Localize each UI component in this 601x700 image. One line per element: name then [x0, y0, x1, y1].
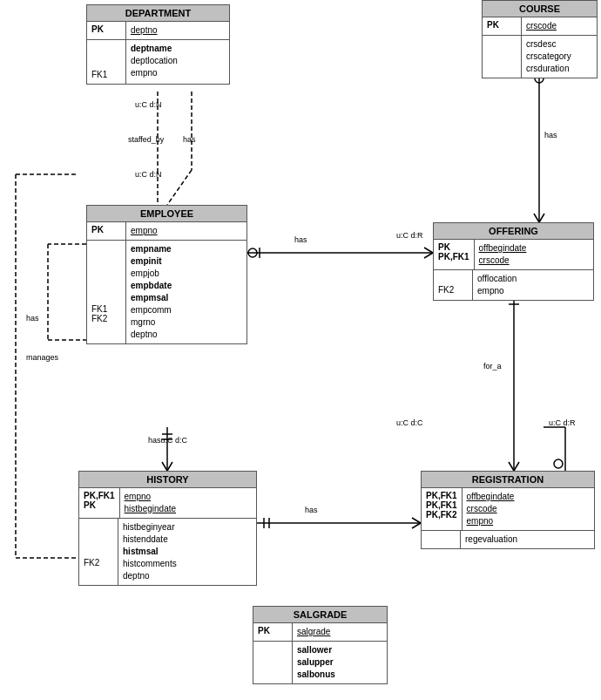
- entity-offering: OFFERING PK PK,FK1 offbegindate crscode …: [433, 222, 594, 301]
- hist-attr-3: histcomments: [123, 558, 177, 570]
- label-has-dept: has: [183, 135, 196, 144]
- hist-attr-4: deptno: [123, 570, 177, 582]
- label-uc-dr-off: u:C d:R: [396, 231, 423, 240]
- hist-pkfk1-label: PK,FK1: [84, 491, 115, 500]
- dept-attr-2: empno: [131, 67, 178, 79]
- reg-pkfk2-label: PK,FK2: [426, 510, 457, 520]
- emp-attr-4: empmsal: [131, 292, 172, 304]
- sal-pk-label: PK: [258, 626, 270, 635]
- svg-line-28: [167, 462, 172, 471]
- reg-pkfk1-0-label: PK,FK1: [426, 491, 457, 500]
- emp-attr-2: empjob: [131, 268, 172, 280]
- reg-pk-attr-0: offbegindate: [467, 491, 515, 503]
- entity-employee-title: EMPLOYEE: [87, 206, 246, 222]
- reg-pk-attr-1: crscode: [467, 503, 515, 515]
- reg-pkfk1-1-label: PK,FK1: [426, 500, 457, 510]
- off-fk2-label: FK2: [438, 285, 468, 295]
- off-attr-0: offlocation: [477, 273, 517, 285]
- label-uc-dn-emp: u:C d:N: [135, 170, 162, 179]
- entity-history: HISTORY PK,FK1 PK empno histbegindate FK…: [78, 471, 257, 586]
- hist-attr-1: histenddate: [123, 533, 177, 546]
- emp-attr-1: empinit: [131, 255, 172, 268]
- label-has-hist: has: [305, 506, 318, 514]
- off-attr-1: empno: [477, 285, 517, 297]
- label-manages: manages: [26, 353, 58, 362]
- reg-attr-0: regevaluation: [465, 533, 517, 546]
- svg-point-13: [248, 248, 257, 257]
- entity-employee: EMPLOYEE PK empno FK1 FK2 empname empini…: [86, 205, 247, 344]
- course-pk-attr: crscode: [526, 20, 557, 32]
- sal-attr-2: salbonus: [297, 669, 335, 681]
- hist-pk-attr-0: empno: [125, 491, 177, 503]
- hist-attr-0: histbeginyear: [123, 521, 177, 533]
- entity-department: DEPARTMENT PK deptno FK1 deptname deptlo…: [86, 4, 230, 85]
- svg-line-17: [539, 214, 544, 222]
- svg-line-23: [514, 462, 519, 471]
- off-pk-attr-1: crscode: [479, 255, 527, 267]
- svg-line-16: [534, 214, 539, 222]
- course-attr-1: crscategory: [526, 51, 571, 63]
- emp-fk1-label: FK1: [91, 304, 121, 314]
- label-hasu-c-dc: hasu:C d:C: [148, 436, 187, 445]
- hist-fk2-label: FK2: [84, 558, 113, 567]
- course-pk-label: PK: [487, 20, 499, 30]
- label-has-emp-off: has: [294, 235, 347, 244]
- emp-pk-label: PK: [91, 225, 104, 234]
- dept-attr-1: deptlocation: [131, 55, 178, 67]
- label-has-course: has: [544, 131, 557, 139]
- label-for-a: for_a: [483, 362, 502, 370]
- off-pk-attr-0: offbegindate: [479, 242, 527, 255]
- hist-pk-label: PK: [84, 500, 115, 510]
- entity-course: COURSE PK crscode crsdesc crscategory cr…: [482, 0, 598, 78]
- emp-attr-5: empcomm: [131, 304, 172, 316]
- entity-salgrade-title: SALGRADE: [253, 607, 387, 623]
- svg-line-22: [509, 462, 514, 471]
- label-staffed-by: staffed_by: [128, 135, 164, 144]
- off-pkfk1-label: PK,FK1: [438, 252, 469, 262]
- svg-line-27: [162, 462, 167, 471]
- diagram-container: COURSE PK crscode crsdesc crscategory cr…: [0, 0, 601, 700]
- connector-svg: [0, 0, 601, 700]
- emp-pk-attr: empno: [131, 225, 158, 237]
- emp-attr-7: deptno: [131, 329, 172, 341]
- entity-salgrade: SALGRADE PK salgrade sallower salupper s…: [253, 606, 388, 684]
- svg-line-3: [167, 170, 192, 205]
- sal-pk-attr: salgrade: [297, 626, 330, 638]
- hist-attr-2: histmsal: [123, 546, 177, 558]
- sal-attr-1: salupper: [297, 656, 335, 669]
- reg-pk-attr-2: empno: [467, 515, 515, 527]
- entity-course-title: COURSE: [483, 1, 597, 17]
- entity-registration: REGISTRATION PK,FK1 PK,FK1 PK,FK2 offbeg…: [421, 471, 595, 549]
- label-uc-dr-reg: u:C d:R: [549, 418, 576, 427]
- course-attr-2: crsduration: [526, 63, 571, 75]
- dept-fk-label: FK1: [91, 69, 121, 81]
- course-attr-0: crsdesc: [526, 38, 571, 51]
- entity-department-title: DEPARTMENT: [87, 5, 229, 22]
- label-uc-dn-dept: u:C d:N: [135, 100, 162, 109]
- emp-attr-3: empbdate: [131, 280, 172, 292]
- label-has-left: has: [26, 314, 39, 323]
- dept-attr-0: deptname: [131, 43, 178, 55]
- svg-line-12: [424, 253, 433, 258]
- sal-attr-0: sallower: [297, 644, 335, 656]
- hist-pk-attr-1: histbegindate: [125, 503, 177, 515]
- svg-line-32: [412, 518, 421, 523]
- emp-attr-6: mgrno: [131, 316, 172, 329]
- emp-attr-0: empname: [131, 243, 172, 255]
- svg-line-11: [424, 248, 433, 253]
- off-pk-label: PK: [438, 242, 450, 252]
- dept-pk-label: PK: [91, 24, 104, 34]
- entity-history-title: HISTORY: [79, 472, 256, 488]
- svg-line-33: [412, 523, 421, 528]
- label-uc-dc-reg: u:C d:C: [396, 418, 423, 427]
- entity-offering-title: OFFERING: [434, 223, 593, 240]
- entity-registration-title: REGISTRATION: [422, 472, 594, 488]
- dept-pk-attr: deptno: [131, 24, 158, 37]
- emp-fk2-label: FK2: [91, 314, 121, 323]
- svg-point-36: [554, 459, 563, 468]
